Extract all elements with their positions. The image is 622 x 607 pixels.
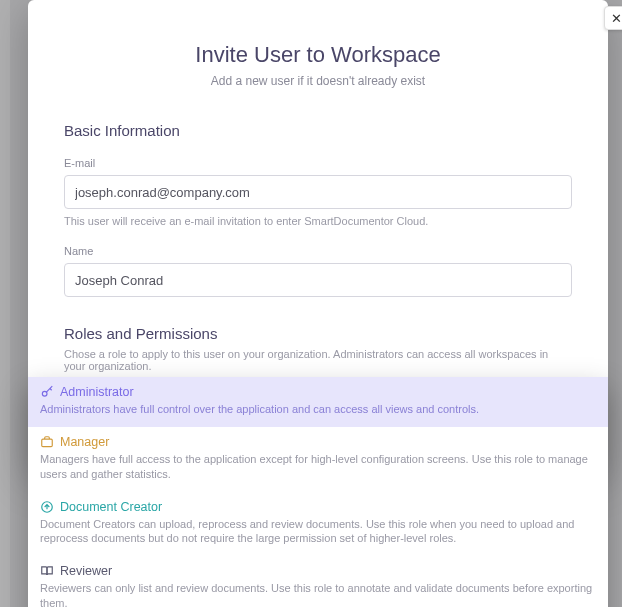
email-label: E-mail [64, 157, 572, 169]
key-icon [40, 385, 54, 399]
name-field[interactable] [64, 263, 572, 297]
basic-info-heading: Basic Information [64, 122, 572, 139]
name-label: Name [64, 245, 572, 257]
role-option-label: Document Creator [60, 500, 162, 514]
role-option-desc: Reviewers can only list and review docum… [40, 581, 596, 607]
role-dropdown: Administrator Administrators have full c… [28, 377, 608, 607]
book-icon [40, 564, 54, 578]
email-field[interactable] [64, 175, 572, 209]
role-option-administrator[interactable]: Administrator Administrators have full c… [28, 377, 608, 427]
close-button[interactable]: ✕ [604, 6, 622, 30]
svg-rect-2 [42, 439, 53, 447]
role-option-label: Manager [60, 435, 109, 449]
role-option-desc: Document Creators can upload, reprocess … [40, 517, 596, 547]
role-option-desc: Managers have full access to the applica… [40, 452, 596, 482]
role-option-document-creator[interactable]: Document Creator Document Creators can u… [28, 492, 608, 557]
briefcase-icon [40, 435, 54, 449]
role-option-label: Reviewer [60, 564, 112, 578]
upload-icon [40, 500, 54, 514]
role-option-label: Administrator [60, 385, 134, 399]
role-option-manager[interactable]: Manager Managers have full access to the… [28, 427, 608, 492]
role-option-reviewer[interactable]: Reviewer Reviewers can only list and rev… [28, 556, 608, 607]
roles-heading: Roles and Permissions [64, 325, 572, 342]
roles-description: Chose a role to apply to this user on yo… [64, 348, 572, 372]
role-option-desc: Administrators have full control over th… [40, 402, 596, 417]
modal-title: Invite User to Workspace [64, 42, 572, 68]
email-hint: This user will receive an e-mail invitat… [64, 215, 572, 227]
modal-subtitle: Add a new user if it doesn't already exi… [64, 74, 572, 88]
close-icon: ✕ [611, 11, 622, 26]
